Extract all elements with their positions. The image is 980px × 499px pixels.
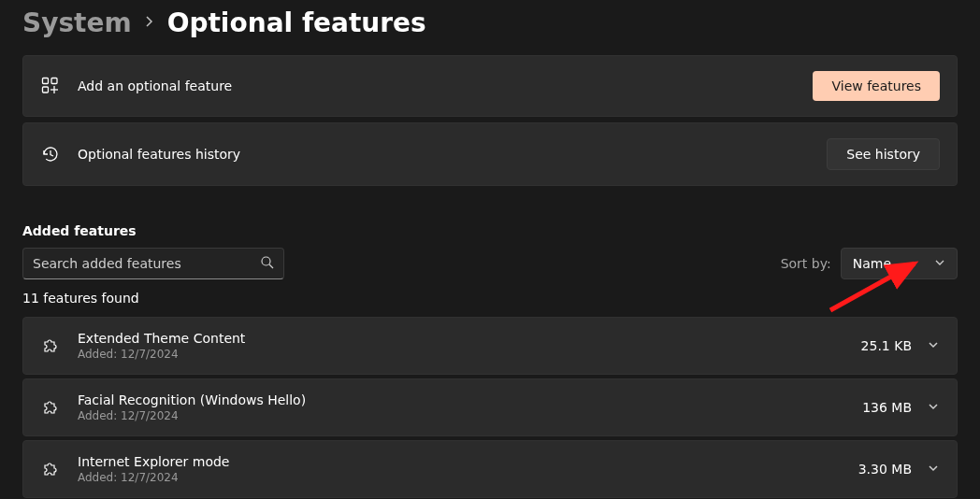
sort-dropdown[interactable]: Name	[841, 248, 958, 279]
feature-name: Facial Recognition (Windows Hello)	[78, 392, 862, 407]
feature-added-date: Added: 12/7/2024	[78, 471, 858, 484]
feature-size: 3.30 MB	[858, 462, 912, 477]
feature-name: Extended Theme Content	[78, 331, 861, 346]
svg-point-5	[262, 257, 270, 265]
see-history-button[interactable]: See history	[827, 138, 940, 170]
feature-row[interactable]: Extended Theme Content Added: 12/7/2024 …	[22, 317, 958, 375]
puzzle-icon	[40, 335, 61, 356]
chevron-down-icon	[927, 461, 940, 478]
add-grid-icon	[40, 76, 61, 96]
feature-row[interactable]: Internet Explorer mode Added: 12/7/2024 …	[22, 440, 958, 498]
search-input-wrap[interactable]	[22, 248, 284, 279]
svg-rect-2	[43, 87, 49, 93]
chevron-down-icon	[934, 256, 945, 271]
add-feature-row: Add an optional feature View features	[22, 55, 958, 117]
sort-value: Name	[853, 256, 891, 271]
history-icon	[40, 144, 61, 164]
puzzle-icon	[40, 397, 61, 418]
breadcrumb: System Optional features	[22, 0, 958, 55]
feature-size: 25.1 KB	[861, 338, 912, 353]
feature-size: 136 MB	[862, 400, 912, 415]
chevron-down-icon	[927, 399, 940, 417]
search-icon	[260, 255, 274, 273]
features-count: 11 features found	[22, 291, 958, 306]
puzzle-icon	[40, 459, 61, 479]
breadcrumb-parent[interactable]: System	[22, 7, 132, 38]
feature-list: Extended Theme Content Added: 12/7/2024 …	[22, 317, 958, 498]
svg-line-6	[269, 264, 273, 268]
history-row: Optional features history See history	[22, 122, 958, 186]
chevron-right-icon	[145, 14, 154, 32]
svg-rect-1	[51, 78, 57, 84]
view-features-button[interactable]: View features	[813, 71, 940, 101]
feature-name: Internet Explorer mode	[78, 454, 858, 469]
add-feature-label: Add an optional feature	[78, 78, 813, 93]
feature-added-date: Added: 12/7/2024	[78, 409, 862, 422]
added-features-heading: Added features	[22, 223, 958, 238]
feature-added-date: Added: 12/7/2024	[78, 348, 861, 361]
breadcrumb-current: Optional features	[167, 7, 426, 38]
sort-label: Sort by:	[781, 256, 831, 271]
feature-row[interactable]: Facial Recognition (Windows Hello) Added…	[22, 378, 958, 436]
history-label: Optional features history	[78, 147, 827, 162]
chevron-down-icon	[927, 337, 940, 355]
search-input[interactable]	[33, 256, 260, 271]
svg-rect-0	[43, 78, 49, 84]
